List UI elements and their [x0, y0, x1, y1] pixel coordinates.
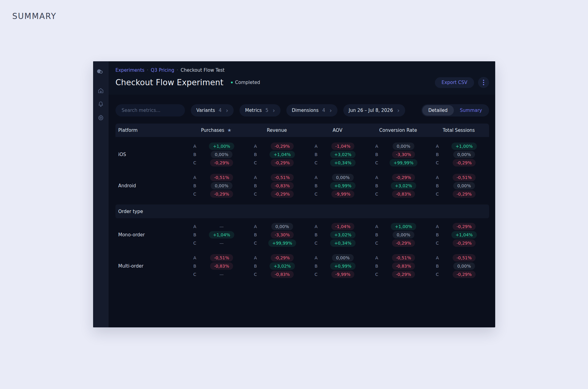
variant-row-c: C—C+99,99%C+0,34%C-0,29%C-0,29%: [186, 239, 489, 247]
filter-variants[interactable]: Variants 4 ›: [191, 104, 234, 116]
date-range-label: Jun 26 – Jul 8, 2026: [349, 108, 393, 113]
metric-cell: C-0,29%: [428, 159, 489, 166]
toggle-detailed[interactable]: Detailed: [422, 105, 454, 116]
pill-slot: 0,00%: [446, 151, 483, 158]
column-header-aov[interactable]: AOV: [307, 128, 368, 133]
variant-letter: A: [193, 255, 197, 260]
variant-letter: B: [435, 264, 440, 269]
variant-letter: A: [435, 224, 440, 229]
pill-slot: -0,83%: [203, 262, 240, 270]
delta-pill: +3,02%: [330, 151, 355, 158]
pill-slot: +1,04%: [203, 231, 240, 238]
breadcrumb: Experiments · Q3 Pricing · Checkout Flow…: [115, 67, 489, 73]
metric-cell: C+0,34%: [307, 239, 368, 247]
variant-letter: C: [253, 241, 258, 246]
variant-row-b: B0,00%B-0,83%B+0,99%B+3,02%B0,00%: [186, 181, 489, 190]
pill-slot: -0,29%: [385, 271, 422, 278]
delta-pill: -0,83%: [210, 262, 233, 270]
export-csv-button[interactable]: Export CSV: [435, 77, 474, 88]
search-input[interactable]: [115, 104, 185, 116]
home-icon[interactable]: [97, 87, 104, 94]
variant-row-b: B0,00%B+1,04%B+3,02%B-3,30%B0,00%: [186, 150, 489, 158]
column-header-conversion-rate[interactable]: Conversion Rate: [368, 128, 428, 133]
column-header-revenue[interactable]: Revenue: [247, 128, 307, 133]
main-panel: Experiments · Q3 Pricing · Checkout Flow…: [108, 61, 495, 327]
breadcrumb-experiments[interactable]: Experiments: [115, 67, 144, 73]
filter-count: 4: [219, 108, 222, 113]
metric-cell: B-3,30%: [368, 151, 428, 158]
pill-slot: -9,99%: [325, 271, 361, 278]
chevron-right-icon: ›: [226, 108, 228, 113]
delta-pill: +1,00%: [209, 143, 234, 150]
dimension-value-label: Mono-order: [115, 222, 186, 247]
metric-cell: A+1,00%: [428, 143, 489, 150]
variant-letter: B: [435, 232, 440, 237]
variant-letter: C: [253, 272, 258, 277]
delta-pill: 0,00%: [393, 231, 414, 238]
metric-cell: C—: [186, 241, 247, 246]
breadcrumb-separator: ·: [147, 67, 148, 73]
variant-row-a: A-0,51%A-0,29%A0,00%A-0,51%A-0,51%: [186, 254, 489, 262]
pill-slot: -0,29%: [203, 190, 240, 198]
variant-letter: B: [193, 183, 197, 188]
delta-pill: -3,30%: [392, 151, 415, 158]
toggle-summary[interactable]: Summary: [454, 105, 488, 116]
pill-slot: -0,29%: [446, 271, 483, 278]
pill-slot: —: [203, 241, 240, 246]
star-icon[interactable]: ★: [227, 128, 231, 133]
pill-slot: +0,34%: [325, 159, 361, 166]
pill-slot: 0,00%: [385, 231, 422, 238]
pill-slot: -0,29%: [446, 239, 483, 247]
delta-pill: 0,00%: [211, 151, 232, 158]
variant-letter: B: [253, 232, 258, 237]
dimension-value-label: Android: [115, 173, 186, 198]
filter-dimensions[interactable]: Dimensions 4 ›: [286, 104, 337, 116]
delta-pill: 0,00%: [332, 254, 353, 261]
variant-letter: B: [314, 264, 318, 269]
bell-icon[interactable]: [97, 101, 104, 108]
pill-slot: 0,00%: [325, 254, 361, 261]
group-rows: A—A0,00%A-1,04%A+1,00%A-0,29%B+1,04%B-3,…: [186, 222, 489, 247]
delta-pill: -0,51%: [210, 254, 233, 261]
date-range-picker[interactable]: Jun 26 – Jul 8, 2026 ›: [343, 104, 405, 116]
metric-cell: C-9,99%: [307, 190, 368, 198]
variant-letter: B: [193, 264, 197, 269]
filter-metrics[interactable]: Metrics 5 ›: [239, 104, 281, 116]
variant-letter: B: [253, 264, 258, 269]
page-title: SUMMARY: [12, 12, 56, 21]
metric-cell: B0,00%: [186, 182, 247, 189]
section-label: Order type: [118, 209, 143, 214]
delta-pill: 0,00%: [393, 143, 414, 150]
variant-letter: A: [375, 175, 379, 180]
gear-icon[interactable]: [97, 114, 104, 121]
column-header-label: Revenue: [267, 128, 287, 133]
variant-row-a: A—A0,00%A-1,04%A+1,00%A-0,29%: [186, 222, 489, 231]
variant-letter: A: [314, 255, 318, 260]
pill-slot: -0,51%: [203, 254, 240, 261]
column-header-total-sessions[interactable]: Total Sessions: [428, 128, 489, 133]
experiment-title: Checkout Flow Experiment: [115, 78, 224, 87]
metric-cell: C+0,34%: [307, 159, 368, 166]
status-dot-icon: [231, 82, 233, 83]
variant-letter: A: [314, 144, 318, 149]
column-header-purchases[interactable]: Purchases★: [186, 128, 247, 133]
delta-pill: -0,29%: [210, 159, 233, 166]
variant-letter: B: [375, 264, 379, 269]
delta-pill: -0,29%: [271, 254, 294, 261]
delta-pill: -0,83%: [271, 271, 294, 278]
variant-row-a: A-0,51%A-0,51%A0,00%A-0,29%A-0,51%: [186, 173, 489, 181]
metric-cell: B+1,04%: [186, 231, 247, 238]
breadcrumb-q3-pricing[interactable]: Q3 Pricing: [151, 67, 174, 73]
metric-cell: A-0,51%: [428, 174, 489, 181]
column-header-label: AOV: [333, 128, 342, 133]
more-options-button[interactable]: [478, 77, 489, 88]
delta-pill: -0,83%: [392, 190, 415, 198]
filter-count: 5: [266, 108, 269, 113]
pill-slot: -1,04%: [325, 143, 361, 150]
delta-pill: -0,29%: [392, 174, 415, 181]
variant-letter: C: [314, 160, 318, 165]
pill-slot: +0,99%: [325, 182, 361, 189]
metric-cell: C-0,29%: [368, 239, 428, 247]
app-logo-icon[interactable]: [97, 69, 104, 75]
delta-pill: 0,00%: [271, 223, 293, 230]
